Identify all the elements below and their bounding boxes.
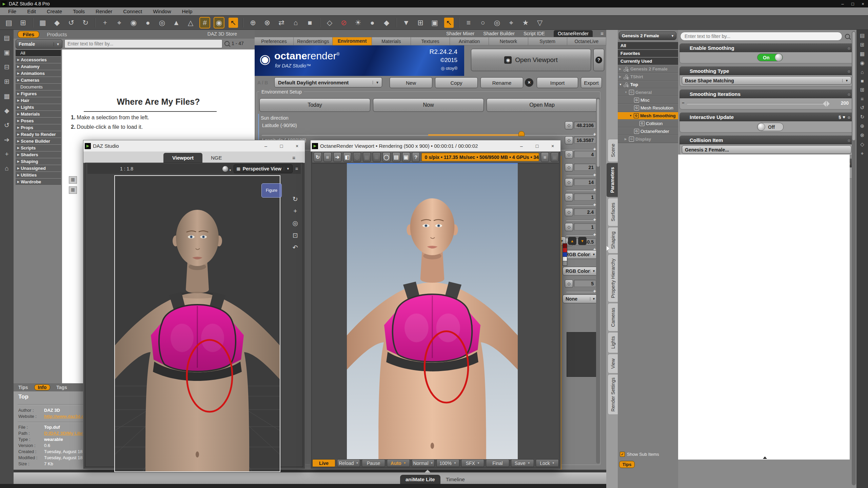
color-chip[interactable] — [563, 252, 567, 257]
undo-icon[interactable]: ↺ — [4, 121, 9, 129]
env-value-day[interactable]: 21 — [574, 163, 596, 171]
subtab-rendersettings[interactable]: Rendersettings — [294, 37, 333, 45]
tab-octanerender[interactable]: OctaneRender — [554, 30, 593, 37]
tree-item-mesh-resolution[interactable]: GMesh Resolution — [618, 104, 678, 112]
toolbar-icon[interactable]: ⌂ — [291, 18, 300, 28]
tree-item-octanerender[interactable]: GOctaneRender — [618, 128, 678, 135]
panel-icon[interactable]: ◉ — [860, 60, 864, 66]
slider-handle[interactable] — [518, 131, 525, 136]
show-sub-items-checkbox[interactable]: ✓Show Sub Items — [620, 452, 659, 457]
month-animate-button[interactable]: ◇ — [565, 150, 573, 159]
sky-color-dropdown[interactable]: RGB Color▼ — [563, 250, 598, 259]
vtab-surfaces[interactable]: Surfaces — [608, 198, 618, 226]
new-file-icon[interactable]: ▤ — [4, 34, 10, 42]
toolbar-icon[interactable]: ↺ — [66, 18, 76, 28]
subtab-octanelive[interactable]: OctaneLive — [567, 37, 606, 45]
vtab-view[interactable]: View — [608, 354, 618, 373]
mini-slider[interactable]: + — [566, 291, 595, 292]
octane-window-title-bar[interactable]: ▶ OctaneRender Viewport • Rendering (500… — [311, 140, 560, 151]
live-button[interactable]: Live — [312, 459, 335, 467]
category-hair[interactable]: ▶Hair — [16, 97, 61, 104]
menu-tools[interactable]: Tools — [67, 8, 90, 14]
open-viewport-button[interactable]: ◉ Open Viewport — [471, 49, 591, 71]
import-icon[interactable]: ⊞ — [4, 78, 9, 85]
panel-icon[interactable]: ⊞ — [860, 42, 865, 48]
preset-copy-button[interactable]: Copy — [435, 77, 478, 88]
help-icon[interactable]: ? — [412, 152, 420, 162]
menu-create[interactable]: Create — [41, 8, 67, 14]
tree-item-top[interactable]: ▼Top — [618, 81, 678, 88]
tree-item-tshirt[interactable]: ▶TShirt — [618, 73, 678, 81]
close-button[interactable]: × — [545, 143, 560, 149]
tab-files[interactable]: Files — [18, 31, 39, 38]
tab-info[interactable]: Info — [34, 384, 51, 390]
param-animate-button[interactable]: ◇ — [565, 163, 573, 171]
log-icon[interactable]: ≡ — [323, 152, 332, 162]
toolbar-icon[interactable]: ▽ — [535, 18, 545, 28]
latitude-slider[interactable]: + — [261, 134, 595, 136]
env-value-hour[interactable]: 14 — [574, 178, 596, 186]
panel-icon[interactable]: ≡ — [861, 96, 864, 102]
close-button[interactable]: × — [858, 0, 868, 7]
toolbar-icon[interactable]: ◎ — [492, 18, 502, 28]
open-file-icon[interactable]: ▣ — [4, 48, 10, 56]
save-icon[interactable]: ⊟ — [4, 63, 9, 71]
toolbar-icon-active-sphere[interactable]: ◉ — [214, 18, 224, 28]
subtab-materials[interactable]: Materials — [372, 37, 411, 45]
environment-preset-dropdown[interactable]: Default Daylight environment ▼ — [274, 77, 382, 87]
color-chip[interactable] — [563, 248, 567, 252]
scene-filter-favorites[interactable]: Favorites — [618, 50, 678, 57]
redo-icon[interactable]: ➔ — [4, 136, 9, 144]
tab-animate-lite[interactable]: aniMate Lite — [400, 475, 440, 484]
latitude-value[interactable]: 48.2106 — [574, 121, 596, 129]
category-shaping[interactable]: ▶Shaping — [16, 158, 61, 165]
toolbar-icon[interactable]: ≡ — [464, 18, 473, 28]
minimize-button[interactable]: – — [514, 143, 529, 149]
toolbar-icon[interactable]: ▤ — [4, 18, 14, 28]
toolbar-icon[interactable]: ☀ — [353, 18, 363, 28]
reset-view-icon[interactable]: ↶ — [293, 244, 298, 251]
toolbar-icon[interactable]: ◇ — [325, 18, 334, 28]
pan-tool-icon[interactable]: + — [293, 207, 297, 215]
lock-button[interactable]: Lock▼ — [536, 459, 559, 467]
menu-file[interactable]: File — [3, 8, 22, 14]
env-value-turbidity[interactable]: 2.4 — [574, 208, 596, 216]
gear-icon[interactable]: ☼ — [847, 68, 851, 74]
link-icon[interactable]: § — [839, 115, 841, 120]
category-ready-to-render[interactable]: ▶Ready to Render — [16, 131, 61, 138]
normal-button[interactable]: Normal▼ — [412, 459, 435, 467]
tree-item-misc[interactable]: GMisc — [618, 97, 678, 104]
toolbar-cursor-tool-icon[interactable]: ↖ — [229, 18, 238, 28]
category-documents[interactable]: Documents — [16, 84, 61, 90]
daz-window-title-bar[interactable]: ▶ DAZ Studio –□× — [83, 140, 305, 151]
gear-icon[interactable]: ☼ — [847, 138, 851, 143]
toolbar-icon[interactable]: ◎ — [157, 18, 167, 28]
perspective-view-dropdown[interactable]: ⊞ Perspective View ▼ — [234, 164, 293, 173]
maximize-button[interactable]: □ — [274, 143, 289, 149]
vtab-render-settings[interactable]: Render Settings — [608, 374, 618, 415]
dock-collapse-arrow[interactable] — [607, 246, 609, 251]
smoothing-iterations-slider[interactable] — [687, 103, 830, 105]
category-figures[interactable]: ▶Figures — [16, 90, 61, 97]
preset-export-button[interactable]: Export — [581, 77, 602, 88]
maximize-button[interactable]: □ — [529, 143, 545, 149]
vtab-parameters[interactable]: Parameters — [606, 163, 618, 197]
menu-connect[interactable]: Connect — [118, 8, 147, 14]
parameters-search-input[interactable] — [680, 32, 842, 41]
panel-icon[interactable]: ▤ — [860, 33, 865, 39]
environment-scrollbar[interactable] — [596, 98, 600, 464]
toolbar-icon[interactable]: ◆ — [382, 18, 391, 28]
spinner-down-button[interactable]: ▼ — [578, 237, 587, 245]
mini-slider[interactable]: + — [566, 235, 595, 236]
menu-window[interactable]: Window — [147, 8, 176, 14]
category-animations[interactable]: ▶Animations — [16, 70, 61, 77]
toolbar-icon[interactable]: ↻ — [81, 18, 90, 28]
category-cameras[interactable]: ▶Cameras — [16, 77, 61, 84]
toolbar-no-gpu-icon[interactable]: ⊘ — [339, 18, 349, 28]
panel-icon[interactable]: ⌖ — [861, 150, 864, 157]
collision-item-button[interactable]: Genesis 2 Female... — [682, 145, 851, 154]
panel-icon[interactable]: ⊞ — [860, 87, 865, 93]
toolbar-icon-active-grid[interactable]: # — [200, 18, 210, 28]
preset-delete-button[interactable]: × — [525, 78, 533, 87]
toolbar-icon[interactable]: ★ — [521, 18, 530, 28]
